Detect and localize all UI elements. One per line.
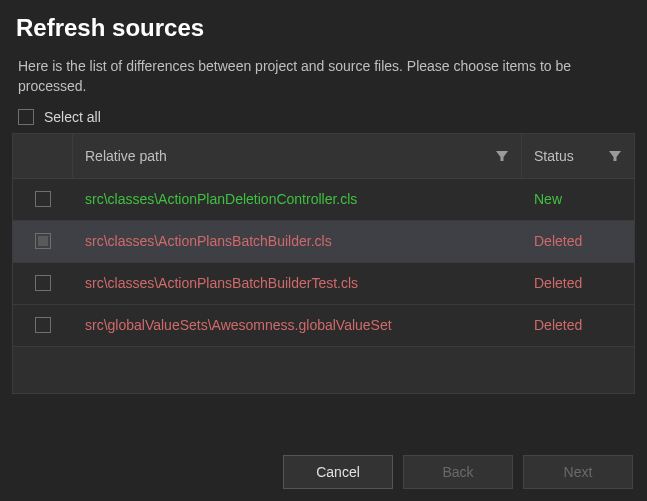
table-row[interactable]: src\classes\ActionPlansBatchBuilderTest.…: [13, 263, 634, 305]
page-description: Here is the list of differences between …: [0, 46, 647, 103]
row-checkbox[interactable]: [35, 317, 51, 333]
row-checkbox-cell: [13, 317, 73, 333]
page-title: Refresh sources: [0, 0, 647, 46]
row-path: src\globalValueSets\Awesomness.globalVal…: [73, 317, 522, 333]
cancel-button[interactable]: Cancel: [283, 455, 393, 489]
next-button: Next: [523, 455, 633, 489]
column-relative-path-label: Relative path: [85, 148, 167, 164]
row-status: New: [522, 191, 634, 207]
row-status: Deleted: [522, 317, 634, 333]
row-checkbox-cell: [13, 275, 73, 291]
table-header: Relative path Status: [13, 134, 634, 179]
column-checkbox: [13, 134, 73, 178]
row-path: src\classes\ActionPlanDeletionController…: [73, 191, 522, 207]
row-checkbox[interactable]: [35, 233, 51, 249]
column-status-label: Status: [534, 148, 574, 164]
column-status[interactable]: Status: [522, 134, 634, 178]
differences-table: Relative path Status src\classes\ActionP…: [12, 133, 635, 394]
row-checkbox[interactable]: [35, 275, 51, 291]
row-status: Deleted: [522, 275, 634, 291]
filter-icon[interactable]: [608, 149, 622, 163]
row-checkbox-cell: [13, 191, 73, 207]
select-all-label: Select all: [44, 109, 101, 125]
filter-icon[interactable]: [495, 149, 509, 163]
table-row[interactable]: src\classes\ActionPlansBatchBuilder.clsD…: [13, 221, 634, 263]
dialog-footer: Cancel Back Next: [283, 455, 633, 489]
back-button: Back: [403, 455, 513, 489]
select-all-checkbox[interactable]: [18, 109, 34, 125]
table-empty-space: [13, 347, 634, 393]
row-path: src\classes\ActionPlansBatchBuilder.cls: [73, 233, 522, 249]
table-row[interactable]: src\classes\ActionPlanDeletionController…: [13, 179, 634, 221]
row-path: src\classes\ActionPlansBatchBuilderTest.…: [73, 275, 522, 291]
table-row[interactable]: src\globalValueSets\Awesomness.globalVal…: [13, 305, 634, 347]
row-checkbox[interactable]: [35, 191, 51, 207]
row-status: Deleted: [522, 233, 634, 249]
row-checkbox-cell: [13, 233, 73, 249]
column-relative-path[interactable]: Relative path: [73, 134, 522, 178]
